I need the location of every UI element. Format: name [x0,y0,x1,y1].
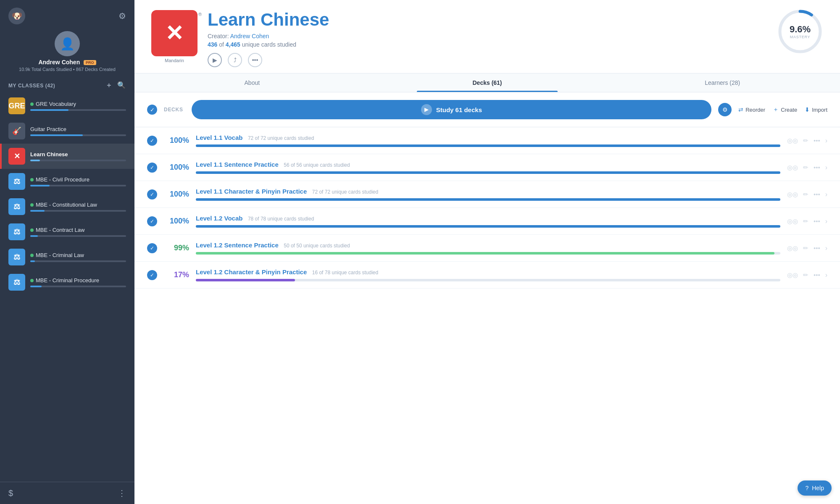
deck-check-2[interactable]: ✓ [147,189,157,200]
deck-more-icon-4[interactable]: ••• [814,244,820,252]
deck-name-0[interactable]: Level 1.1 Vocab [196,134,242,141]
deck-progress-2 [196,198,780,201]
sidebar-item-criminal[interactable]: ⚖ MBE - Criminal Law [0,244,134,270]
billing-icon[interactable]: $ [8,488,13,498]
deck-pct-0: 100% [164,136,189,145]
sidebar-item-constitutional[interactable]: ⚖ MBE - Constitutional Law [0,194,134,219]
deck-check-4[interactable]: ✓ [147,243,157,253]
deck-chevron-1[interactable]: › [825,164,827,171]
deck-chevron-2[interactable]: › [825,191,827,198]
sidebar-item-contract[interactable]: ⚖ MBE - Contract Law [0,219,134,244]
deck-edit-icon-3[interactable]: ✏ [803,218,808,225]
deck-progress-fill-2 [196,198,780,201]
more-button[interactable]: ••• [248,53,262,67]
creator-link[interactable]: Andrew Cohen [230,33,269,39]
search-classes-icon[interactable]: 🔍 [117,81,126,90]
settings-icon[interactable]: ⚙ [118,11,126,21]
mastery-percentage: 9.6% [790,24,811,35]
deck-more-icon-1[interactable]: ••• [814,164,820,171]
import-button[interactable]: ⬇ Import [805,106,827,113]
classes-label: MY CLASSES (42) [8,83,55,89]
deck-preview-icon-0[interactable]: ◎◎ [787,137,798,144]
deck-check-0[interactable]: ✓ [147,136,157,146]
tab-decks[interactable]: Decks (61) [370,74,605,92]
sidebar-item-icon-criminal: ⚖ [8,249,25,265]
deck-name-5[interactable]: Level 1.2 Character & Pinyin Practice [196,268,307,276]
deck-edit-icon-1[interactable]: ✏ [803,164,808,171]
deck-edit-icon-4[interactable]: ✏ [803,244,808,252]
sidebar-item-bar-criminal [30,260,126,262]
study-settings-icon[interactable]: ⚙ [718,103,732,116]
sidebar-item-civil[interactable]: ⚖ MBE - Civil Procedure [0,169,134,194]
user-stats: 10.9k Total Cards Studied • 867 Decks Cr… [8,67,126,72]
sidebar-item-bar-fill-criminal-proc [30,286,42,287]
study-button[interactable]: ▶ Study 61 decks [192,100,712,119]
deck-preview-icon-5[interactable]: ◎◎ [787,271,798,279]
status-dot [30,228,34,232]
deck-row-actions-3: ◎◎ ✏ ••• › [787,218,827,225]
deck-name-4[interactable]: Level 1.2 Sentence Practice [196,242,279,249]
deck-chevron-4[interactable]: › [825,244,827,252]
deck-pct-2: 100% [164,190,189,199]
classes-header: MY CLASSES (42) ＋ 🔍 [0,78,134,93]
deck-more-icon-2[interactable]: ••• [814,191,820,198]
sidebar-item-icon-gre: GRE [8,97,25,114]
classes-actions: ＋ 🔍 [105,81,126,90]
sidebar-item-name-criminal-proc: MBE - Criminal Procedure [30,277,126,284]
sidebar-item-icon-criminal-proc: ⚖ [8,274,25,291]
sidebar-item-criminal-proc[interactable]: ⚖ MBE - Criminal Procedure [0,270,134,295]
deck-name-1[interactable]: Level 1.1 Sentence Practice [196,161,279,168]
deck-more-icon-0[interactable]: ••• [814,137,820,144]
select-all-check[interactable]: ✓ [147,105,157,115]
deck-more-icon-5[interactable]: ••• [814,271,820,278]
deck-preview-icon-3[interactable]: ◎◎ [787,218,798,225]
deck-chevron-0[interactable]: › [825,137,827,144]
status-dot [30,102,34,106]
create-button[interactable]: ＋ Create [773,106,797,113]
sidebar-item-name-criminal: MBE - Criminal Law [30,252,126,258]
play-button[interactable]: ▶ [208,53,222,67]
deck-more-icon-3[interactable]: ••• [814,218,820,225]
course-logo-subtitle: Mandarin [151,58,197,63]
deck-preview-icon-1[interactable]: ◎◎ [787,164,798,171]
sidebar-item-icon-civil: ⚖ [8,173,25,190]
sidebar-item-content-gre: GRE Vocabulary [30,101,126,111]
deck-name-3[interactable]: Level 1.2 Vocab [196,215,242,222]
deck-name-2[interactable]: Level 1.1 Character & Pinyin Practice [196,188,307,195]
sidebar-item-chinese[interactable]: ✕ Learn Chinese [0,144,134,169]
deck-edit-icon-2[interactable]: ✏ [803,191,808,198]
sidebar-item-bar-chinese [30,160,126,161]
sidebar-item-guitar[interactable]: 🎸 Guitar Practice [0,118,134,144]
deck-check-5[interactable]: ✓ [147,270,157,280]
deck-chevron-5[interactable]: › [825,271,827,279]
sidebar-item-gre[interactable]: GRE GRE Vocabulary [0,93,134,118]
deck-edit-icon-5[interactable]: ✏ [803,271,808,279]
deck-check-3[interactable]: ✓ [147,216,157,226]
course-actions: ▶ ⤴ ••• [208,53,823,67]
username-text: Andrew Cohen [38,59,80,66]
help-button[interactable]: ? Help [798,480,832,496]
sidebar-item-content-criminal-proc: MBE - Criminal Procedure [30,277,126,287]
deck-check-1[interactable]: ✓ [147,163,157,173]
tab-learners[interactable]: Learners (28) [605,74,840,92]
mastery-text: 9.6% MASTERY [790,24,811,39]
tab-about[interactable]: About [134,74,370,92]
registered-mark: ® [198,12,202,17]
deck-preview-icon-2[interactable]: ◎◎ [787,191,798,198]
content-area: ✓ DECKS ▶ Study 61 decks ⚙ ⇄ Reorder ＋ C… [134,92,840,504]
sidebar-item-name-constitutional: MBE - Constitutional Law [30,202,126,208]
deck-chevron-3[interactable]: › [825,218,827,225]
sidebar-item-name-guitar: Guitar Practice [30,126,126,132]
deck-preview-icon-4[interactable]: ◎◎ [787,244,798,252]
course-logo: ✕ [151,10,197,56]
sidebar-item-name-civil: MBE - Civil Procedure [30,176,126,183]
share-button[interactable]: ⤴ [228,53,242,67]
avatar: 👤 [55,31,80,56]
reorder-button[interactable]: ⇄ Reorder [738,106,765,113]
add-class-icon[interactable]: ＋ [105,81,113,90]
more-options-icon[interactable]: ⋮ [118,488,126,498]
status-dot [30,254,34,257]
status-dot [30,178,34,181]
deck-cards-0: 72 of 72 unique cards studied [248,135,314,141]
deck-edit-icon-0[interactable]: ✏ [803,137,808,144]
